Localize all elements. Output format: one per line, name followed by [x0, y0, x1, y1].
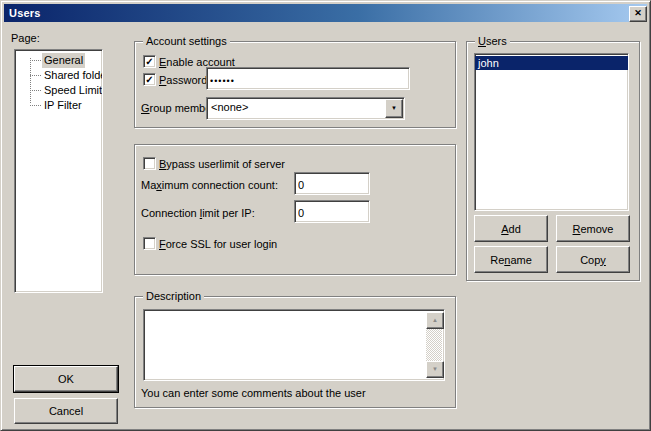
tree-item-label: IP Filter — [42, 98, 84, 113]
tree-item-label: Speed Limits — [42, 83, 103, 98]
tree-item-general[interactable]: General — [15, 53, 102, 68]
connection-limit-input[interactable] — [295, 201, 369, 222]
close-button[interactable]: ✕ — [629, 6, 647, 22]
check-icon: ✓ — [145, 74, 153, 85]
bypass-userlimit-label: Bypass userlimit of server — [159, 158, 285, 170]
description-textarea[interactable]: ▲ ▼ — [143, 309, 445, 381]
copy-button[interactable]: Copy — [556, 246, 630, 273]
max-connection-label: Maximum connection count: — [141, 179, 278, 191]
page-tree[interactable]: General Shared folders Speed Limits IP F… — [14, 49, 103, 293]
max-connection-field-frame — [294, 172, 370, 195]
window-title: Users — [9, 7, 41, 19]
tree-item-ip-filter[interactable]: IP Filter — [15, 98, 102, 113]
ok-button[interactable]: OK — [14, 366, 118, 392]
tree-item-speed-limits[interactable]: Speed Limits — [15, 83, 102, 98]
password-input[interactable] — [207, 68, 409, 89]
list-item-john[interactable]: john — [475, 56, 628, 70]
bypass-userlimit-checkbox[interactable] — [143, 157, 156, 170]
group-description-caption: Description — [143, 290, 204, 302]
tree-item-label: Shared folders — [42, 68, 103, 83]
scroll-down-button[interactable]: ▼ — [426, 361, 444, 378]
connection-limit-label: Connection limit per IP: — [141, 207, 255, 219]
add-button[interactable]: Add — [474, 215, 548, 242]
up-arrow-icon: ▲ — [432, 317, 438, 323]
rename-button[interactable]: Rename — [474, 246, 548, 273]
description-hint: You can enter some comments about the us… — [141, 387, 366, 399]
chevron-down-icon: ▼ — [391, 105, 397, 111]
password-label: Password: — [159, 74, 210, 86]
page-label: Page: — [11, 32, 40, 44]
tree-item-shared-folders[interactable]: Shared folders — [15, 68, 102, 83]
force-ssl-checkbox[interactable] — [143, 237, 156, 250]
check-icon: ✓ — [145, 56, 153, 67]
title-bar[interactable]: Users — [4, 4, 647, 22]
group-membership-dropdown-button[interactable]: ▼ — [385, 99, 403, 118]
user-name: john — [478, 57, 499, 69]
cancel-button[interactable]: Cancel — [14, 398, 118, 424]
users-dialog: Users ✕ Page: General Shared folders Spe… — [0, 0, 651, 431]
description-scrollbar[interactable]: ▲ ▼ — [426, 312, 442, 378]
force-ssl-label: Force SSL for user login — [159, 238, 277, 250]
password-checkbox[interactable]: ✓ — [143, 73, 156, 86]
remove-button[interactable]: Remove — [556, 215, 630, 242]
down-arrow-icon: ▼ — [432, 366, 438, 372]
enable-account-checkbox[interactable]: ✓ — [143, 55, 156, 68]
scroll-up-button[interactable]: ▲ — [426, 312, 444, 329]
connection-limit-field-frame — [294, 200, 370, 223]
max-connection-input[interactable] — [295, 173, 369, 194]
password-field-frame — [206, 67, 410, 90]
tree-item-label: General — [42, 53, 85, 68]
group-membership-value: <none> — [211, 101, 248, 113]
close-icon: ✕ — [634, 8, 642, 18]
group-users-caption: Users — [475, 35, 510, 47]
group-account-settings-caption: Account settings — [143, 35, 230, 47]
group-membership-combobox[interactable]: <none> ▼ — [206, 97, 405, 120]
users-listbox[interactable]: john — [474, 53, 629, 211]
